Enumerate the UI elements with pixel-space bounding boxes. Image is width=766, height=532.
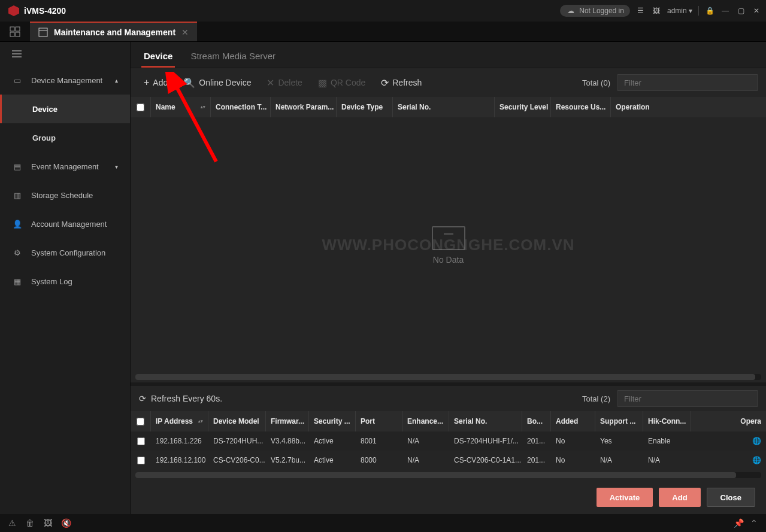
device-table-empty: No Data WWW.PHOCONGNGHE.COM.VN <box>131 117 766 373</box>
online-devices-panel: ⟳Refresh Every 60s. Total (2) IP Address… <box>131 382 766 514</box>
qr-code-button[interactable]: ▩QR Code <box>313 75 370 91</box>
activate-button[interactable]: Activate <box>597 488 653 507</box>
delete-button[interactable]: ✕Delete <box>262 75 307 91</box>
sidebar-item-storage-schedule[interactable]: ▥ Storage Schedule <box>0 181 130 209</box>
online-select-all[interactable] <box>131 411 151 431</box>
sidebar-label: Event Management <box>31 162 99 171</box>
minimize-icon[interactable]: — <box>720 6 730 16</box>
col-operation[interactable]: Operation <box>611 97 766 117</box>
sidebar-item-system-log[interactable]: ▦ System Log <box>0 267 130 296</box>
hamburger-icon <box>12 50 22 57</box>
close-button[interactable]: Close <box>707 488 755 507</box>
col-device-type[interactable]: Device Type <box>337 97 393 117</box>
col-resource[interactable]: Resource Us... <box>551 97 611 117</box>
col-boot[interactable]: Bo... <box>522 411 551 431</box>
mute-icon[interactable]: 🔇 <box>61 518 71 528</box>
refresh-button[interactable]: ⟳Refresh <box>376 75 426 91</box>
cell-hik: Enable <box>643 431 691 451</box>
sidebar-item-system-configuration[interactable]: ⚙ System Configuration <box>0 238 130 267</box>
subtabs: Device Stream Media Server <box>131 42 766 68</box>
user-menu[interactable]: admin ▾ <box>667 7 692 15</box>
refresh-label: Refresh <box>392 78 422 87</box>
sidebar-label: Device Management <box>31 76 102 85</box>
online-device-button[interactable]: 🔍Online Device <box>178 75 256 91</box>
lock-icon[interactable]: 🔒 <box>705 6 714 16</box>
refresh-every-button[interactable]: ⟳Refresh Every 60s. <box>139 394 222 403</box>
cell-operation[interactable]: 🌐 <box>691 451 766 470</box>
col-model[interactable]: Device Model <box>208 411 266 431</box>
grid-icon <box>10 26 20 37</box>
col-connection[interactable]: Connection T... <box>211 97 271 117</box>
sidebar-item-device[interactable]: Device <box>0 95 130 123</box>
col-serial-lower[interactable]: Serial No. <box>449 411 522 431</box>
filter-input[interactable] <box>617 74 758 91</box>
sidebar-item-account-management[interactable]: 👤 Account Management <box>0 209 130 238</box>
col-firmware[interactable]: Firmwar... <box>266 411 309 431</box>
sidebar-label: System Configuration <box>31 248 105 257</box>
col-port[interactable]: Port <box>356 411 402 431</box>
svg-rect-1 <box>16 27 20 31</box>
login-status-pill[interactable]: ☁ Not Logged in <box>560 5 630 17</box>
col-support[interactable]: Support ... <box>595 411 643 431</box>
add-button[interactable]: +Add <box>139 75 172 90</box>
svg-rect-2 <box>10 32 14 37</box>
table-row[interactable]: 192.168.1.226 DS-7204HUH... V3.4.88b... … <box>131 431 766 451</box>
col-security[interactable]: Security Level <box>495 97 551 117</box>
col-hik[interactable]: Hik-Conn... <box>643 411 691 431</box>
sidebar-item-device-management[interactable]: ▭ Device Management ▴ <box>0 66 130 95</box>
sidebar-item-group[interactable]: Group <box>0 123 130 152</box>
workspace-tab-active[interactable]: Maintenance and Management ✕ <box>30 22 197 41</box>
sidebar-toggle[interactable] <box>0 42 130 66</box>
pin-icon[interactable]: 📌 <box>734 518 743 528</box>
globe-icon[interactable]: 🌐 <box>752 456 761 464</box>
globe-icon[interactable]: 🌐 <box>752 437 761 445</box>
cell-serial: CS-CV206-C0-1A1... <box>449 451 522 470</box>
tab-close-icon[interactable]: ✕ <box>181 28 189 37</box>
alert-icon[interactable]: ⚠ <box>7 518 17 528</box>
sort-icon: ▴▾ <box>201 105 205 109</box>
delete-label: Delete <box>278 78 302 87</box>
qr-label: QR Code <box>331 78 365 87</box>
add-device-button[interactable]: Add <box>659 488 700 507</box>
sidebar-item-event-management[interactable]: ▤ Event Management ▾ <box>0 152 130 181</box>
row-checkbox[interactable] <box>131 431 151 451</box>
close-icon[interactable]: ✕ <box>752 6 761 16</box>
log-icon: ▦ <box>12 277 23 286</box>
search-icon: 🔍 <box>183 77 195 89</box>
col-operation-lower[interactable]: Opera <box>691 411 766 431</box>
online-filter-input[interactable] <box>617 390 758 407</box>
col-network[interactable]: Network Param... <box>271 97 337 117</box>
col-security-lower[interactable]: Security ... <box>309 411 356 431</box>
plus-icon: + <box>144 77 149 88</box>
home-tab[interactable] <box>0 22 30 41</box>
online-table-scrollbar[interactable] <box>135 472 761 478</box>
account-icon: 👤 <box>12 220 23 229</box>
cell-operation[interactable]: 🌐 <box>691 431 766 451</box>
empty-text: No Data <box>433 255 464 265</box>
sidebar-label: Storage Schedule <box>31 191 93 200</box>
col-ip[interactable]: IP Address▴▾ <box>151 411 208 431</box>
refresh-icon: ⟳ <box>381 77 389 89</box>
cell-added: No <box>551 451 595 470</box>
col-serial[interactable]: Serial No. <box>393 97 495 117</box>
subtab-device[interactable]: Device <box>141 45 175 68</box>
list-icon[interactable]: ☰ <box>636 6 646 16</box>
chevron-down-icon: ▾ <box>115 163 118 170</box>
col-name[interactable]: Name▴▾ <box>151 97 211 117</box>
svg-rect-3 <box>16 32 20 37</box>
col-added[interactable]: Added <box>551 411 595 431</box>
collapse-icon[interactable]: ⌃ <box>749 518 759 528</box>
table-row[interactable]: 192.168.12.100 CS-CV206-C0... V5.2.7bu..… <box>131 451 766 470</box>
trash-icon[interactable]: 🗑 <box>25 518 35 528</box>
storage-icon: ▥ <box>12 191 23 200</box>
col-enhanced[interactable]: Enhance... <box>402 411 449 431</box>
picture-icon[interactable]: 🖼 <box>43 518 53 528</box>
row-checkbox[interactable] <box>131 451 151 470</box>
image-icon[interactable]: 🖼 <box>652 6 661 16</box>
maximize-icon[interactable]: ▢ <box>736 6 746 16</box>
cell-support: N/A <box>595 451 643 470</box>
device-table-scrollbar[interactable] <box>135 374 761 380</box>
refresh-every-label: Refresh Every 60s. <box>151 394 222 403</box>
subtab-stream-media[interactable]: Stream Media Server <box>188 45 278 68</box>
select-all-checkbox[interactable] <box>131 97 151 117</box>
